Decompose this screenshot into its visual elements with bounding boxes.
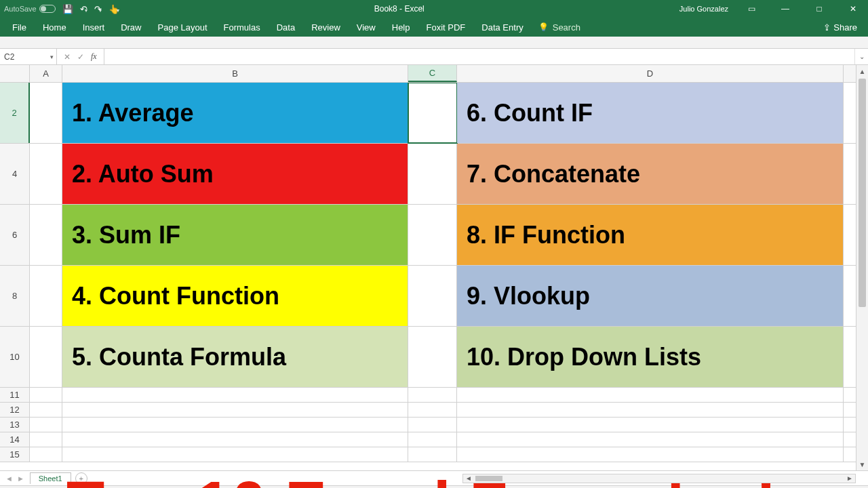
row-header-13[interactable]: 13 [0, 418, 30, 432]
cell-d14[interactable] [457, 432, 844, 447]
hscroll-right-icon[interactable]: ► [844, 474, 855, 482]
tab-draw[interactable]: Draw [113, 18, 149, 37]
name-box[interactable]: C2 ▾ [0, 49, 57, 64]
cell-a13[interactable] [30, 418, 62, 432]
cell-c10[interactable] [408, 327, 457, 387]
cell-a6[interactable] [30, 205, 62, 265]
ribbon-display-icon[interactable]: ▭ [741, 4, 762, 14]
cell-c11[interactable] [408, 388, 457, 402]
cell-d15[interactable] [457, 447, 844, 462]
cell-d10[interactable]: 10. Drop Down Lists [457, 327, 844, 387]
tab-data[interactable]: Data [269, 18, 303, 37]
cell-b4[interactable]: 2. Auto Sum [62, 144, 408, 204]
col-header-b[interactable]: B [62, 65, 408, 82]
formula-input[interactable] [104, 49, 854, 64]
tab-data-entry[interactable]: Data Entry [473, 18, 531, 37]
col-header-a[interactable]: A [30, 65, 62, 82]
row-header-11[interactable]: 11 [0, 388, 30, 402]
minimize-button[interactable]: — [774, 4, 796, 14]
cell-b8[interactable]: 4. Count Function [62, 266, 408, 326]
touch-icon[interactable]: 👆▾ [108, 4, 119, 14]
cell-c12[interactable] [408, 403, 457, 417]
cell-b13[interactable] [62, 418, 408, 432]
cell-b6[interactable]: 3. Sum IF [62, 205, 408, 265]
cell-b12[interactable] [62, 403, 408, 417]
tab-home[interactable]: Home [35, 18, 75, 37]
user-name[interactable]: Julio Gonzalez [679, 5, 728, 13]
cancel-formula-icon[interactable]: ✕ [64, 52, 71, 62]
enter-formula-icon[interactable]: ✓ [77, 52, 84, 62]
redo-icon[interactable]: ↷▾ [94, 4, 102, 14]
cell-a4[interactable] [30, 144, 62, 204]
cell-c6[interactable] [408, 205, 457, 265]
cell-b2[interactable]: 1. Average [62, 83, 408, 143]
fx-icon[interactable]: fx [91, 52, 97, 62]
cell-a11[interactable] [30, 388, 62, 402]
add-sheet-button[interactable]: + [75, 472, 87, 485]
cell-d8[interactable]: 9. Vlookup [457, 266, 844, 326]
share-label: Share [833, 22, 857, 33]
row-header-2[interactable]: 2 [0, 83, 30, 143]
tab-page-layout[interactable]: Page Layout [150, 18, 216, 37]
tab-formulas[interactable]: Formulas [216, 18, 269, 37]
cell-a8[interactable] [30, 266, 62, 326]
tab-view[interactable]: View [349, 18, 384, 37]
sheet-nav-prev-icon[interactable]: ◄ [5, 474, 13, 483]
cell-c15[interactable] [408, 447, 457, 462]
scroll-up-icon[interactable]: ▲ [856, 65, 868, 77]
cell-a15[interactable] [30, 447, 62, 462]
grid-rows: 2 1. Average 6. Count IF 4 2. Auto Sum 7… [0, 83, 856, 470]
cell-a14[interactable] [30, 432, 62, 447]
undo-icon[interactable]: ↶▾ [80, 4, 87, 14]
horizontal-scrollbar[interactable]: ◄ ► [462, 474, 856, 483]
cell-a2[interactable] [30, 83, 62, 143]
cell-c8[interactable] [408, 266, 457, 326]
col-header-c[interactable]: C [408, 65, 457, 82]
cell-b15[interactable] [62, 447, 408, 462]
tab-file[interactable]: File [4, 18, 35, 37]
cell-d12[interactable] [457, 403, 844, 417]
cell-a10[interactable] [30, 327, 62, 387]
hscroll-left-icon[interactable]: ◄ [463, 474, 474, 482]
sheet-nav-next-icon[interactable]: ► [17, 474, 24, 483]
row-header-12[interactable]: 12 [0, 403, 30, 417]
hscroll-thumb[interactable] [475, 476, 502, 481]
cell-c4[interactable] [408, 144, 457, 204]
row-header-10[interactable]: 10 [0, 327, 30, 387]
tab-help[interactable]: Help [384, 18, 418, 37]
cell-d13[interactable] [457, 418, 844, 432]
cell-c2[interactable] [408, 83, 457, 143]
cell-d6[interactable]: 8. IF Function [457, 205, 844, 265]
expand-formula-bar-icon[interactable]: ⌄ [854, 49, 868, 64]
select-all-corner[interactable] [0, 65, 30, 82]
cell-a12[interactable] [30, 403, 62, 417]
cell-b10[interactable]: 5. Counta Formula [62, 327, 408, 387]
tab-foxit[interactable]: Foxit PDF [418, 18, 474, 37]
cell-d4[interactable]: 7. Concatenate [457, 144, 844, 204]
row-header-6[interactable]: 6 [0, 205, 30, 265]
row-header-15[interactable]: 15 [0, 447, 30, 462]
maximize-button[interactable]: □ [808, 4, 830, 14]
scroll-down-icon[interactable]: ▼ [856, 458, 868, 470]
cell-b14[interactable] [62, 432, 408, 447]
cell-b11[interactable] [62, 388, 408, 402]
col-header-d[interactable]: D [457, 65, 844, 82]
tab-insert[interactable]: Insert [75, 18, 113, 37]
row-header-14[interactable]: 14 [0, 432, 30, 447]
close-button[interactable]: ✕ [842, 4, 864, 14]
save-icon[interactable]: 💾 [62, 4, 73, 14]
name-box-dropdown-icon[interactable]: ▾ [50, 54, 54, 60]
cell-c13[interactable] [408, 418, 457, 432]
share-button[interactable]: ⇪ Share [816, 22, 864, 33]
cell-c14[interactable] [408, 432, 457, 447]
row-header-4[interactable]: 4 [0, 144, 30, 204]
tab-review[interactable]: Review [303, 18, 349, 37]
tell-me-search[interactable]: 💡 Search [538, 22, 580, 33]
autosave-toggle[interactable]: AutoSave [4, 5, 56, 13]
cell-d2[interactable]: 6. Count IF [457, 83, 844, 143]
sheet-tab-sheet1[interactable]: Sheet1 [30, 472, 71, 484]
vscroll-thumb[interactable] [859, 79, 866, 307]
cell-d11[interactable] [457, 388, 844, 402]
row-header-8[interactable]: 8 [0, 266, 30, 326]
vertical-scrollbar[interactable]: ▲ ▼ [856, 65, 868, 470]
